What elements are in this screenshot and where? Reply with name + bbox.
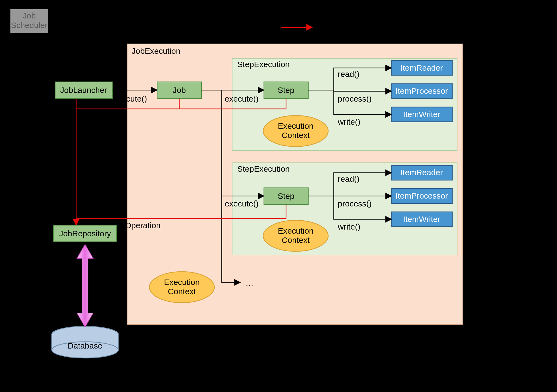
run-label: run() bbox=[31, 64, 48, 73]
write-2: write() bbox=[338, 222, 360, 231]
repo-db-arrow bbox=[77, 244, 93, 327]
job-scheduler-label-2: Scheduler bbox=[11, 21, 48, 30]
job-scheduler-label-1: Job bbox=[23, 11, 36, 20]
execute-1: execute() bbox=[113, 94, 147, 103]
item-reader-1-label: ItemReader bbox=[400, 63, 443, 72]
process-1: process() bbox=[338, 94, 372, 103]
exec-context-step1-l2: Context bbox=[282, 131, 310, 140]
item-reader-2-label: ItemReader bbox=[400, 168, 443, 177]
job-launcher-label: JobLauncher bbox=[60, 86, 107, 95]
ellipsis-label: … bbox=[245, 278, 253, 287]
exec-context-step2-l2: Context bbox=[282, 236, 310, 244]
exec-context-job-l2: Context bbox=[168, 287, 196, 296]
cu-operation-label: U Operation bbox=[117, 221, 161, 230]
svg-marker-5 bbox=[77, 244, 93, 327]
item-writer-2-label: ItemWriter bbox=[403, 215, 440, 224]
diagram-root: Spring Batch Control flow U Operation Jo… bbox=[0, 0, 557, 392]
job-repository-label: JobRepository bbox=[59, 229, 111, 238]
exec-context-step1-l1: Execution bbox=[278, 121, 314, 130]
step-2-label: Step bbox=[278, 192, 294, 200]
database-label: Database bbox=[68, 341, 103, 350]
item-processor-1-label: ItemProcessor bbox=[395, 86, 448, 95]
exec-context-step2-l1: Execution bbox=[278, 226, 314, 235]
write-1: write() bbox=[338, 117, 360, 126]
execute-3: execute() bbox=[225, 199, 259, 208]
legend-cu-operation-label: U Operation bbox=[318, 23, 362, 32]
arrow-scheduler-launcher bbox=[29, 33, 55, 90]
read-1: read() bbox=[338, 70, 360, 79]
step-execution-1-label: StepExecution bbox=[237, 60, 290, 69]
exec-context-job-l1: Execution bbox=[164, 278, 200, 287]
legend-control-flow-label: Control flow bbox=[318, 12, 361, 21]
step-1-label: Step bbox=[278, 86, 294, 95]
step-execution-2-label: StepExecution bbox=[237, 164, 290, 173]
job-execution-label: JobExecution bbox=[132, 46, 180, 55]
process-2: process() bbox=[338, 199, 372, 208]
spring-batch-label: Spring Batch bbox=[510, 7, 556, 16]
job-label: Job bbox=[173, 86, 186, 95]
execute-2: execute() bbox=[225, 94, 259, 103]
item-processor-2-label: ItemProcessor bbox=[395, 191, 448, 200]
read-2: read() bbox=[338, 174, 360, 183]
database-cylinder: Database bbox=[52, 326, 118, 358]
item-writer-1-label: ItemWriter bbox=[403, 110, 440, 119]
